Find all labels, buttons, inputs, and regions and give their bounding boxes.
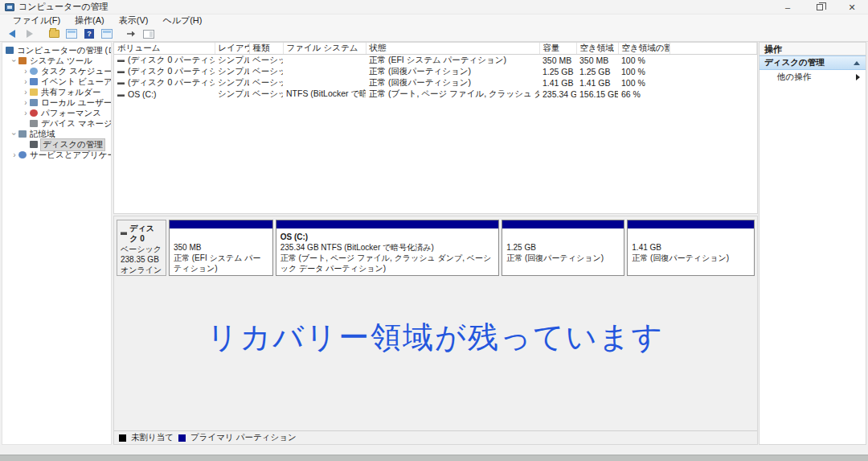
primary-partition-label: プライマリ パーティション (190, 432, 297, 443)
unallocated-label: 未割り当て (131, 432, 174, 443)
disk-type: ベーシック (121, 244, 162, 254)
back-arrow-icon[interactable] (5, 27, 19, 40)
show-action-pane-icon[interactable] (100, 27, 114, 40)
tree-item-device-manager[interactable]: デバイス マネージャー (2, 118, 111, 129)
volume-row-partition4[interactable]: (ディスク 0 パーティション 4) シンプル ベーシック 正常 (回復パーティ… (114, 66, 757, 77)
volume-row-partition1[interactable]: (ディスク 0 パーティション 1) シンプル ベーシック 正常 (EFI シス… (114, 55, 757, 67)
tree-item-shared-folders[interactable]: 共有フォルダー (2, 87, 111, 97)
actions-pane: 操作 ディスクの管理 他の操作 (759, 42, 866, 445)
partition-recovery-2[interactable]: 1.41 GB 正常 (回復パーティション) (627, 220, 755, 276)
col-empty (669, 43, 757, 55)
tree-item-performance[interactable]: パフォーマンス (2, 108, 111, 118)
show-console-tree-icon[interactable] (64, 27, 79, 40)
tree-item-storage[interactable]: 記憶域 (2, 129, 111, 139)
minimize-button[interactable]: – (772, 0, 804, 14)
volume-row-partition5[interactable]: (ディスク 0 パーティション 5) シンプル ベーシック 正常 (回復パーティ… (114, 77, 757, 88)
col-filesystem[interactable]: ファイル システム (283, 43, 366, 55)
computer-icon (6, 47, 14, 54)
shared-folders-icon (30, 88, 38, 96)
partition-os-c[interactable]: OS (C:) 235.34 GB NTFS (BitLocker で暗号化済み… (276, 220, 499, 276)
menu-help[interactable]: ヘルプ(H) (156, 14, 208, 27)
menu-view[interactable]: 表示(V) (113, 14, 155, 27)
event-viewer-icon (30, 78, 38, 85)
forward-arrow-icon[interactable] (23, 27, 37, 40)
performance-icon (30, 109, 38, 117)
volume-row-os-c[interactable]: OS (C:) シンプル ベーシック NTFS (BitLocker で暗号化済… (114, 88, 757, 100)
col-layout[interactable]: レイアウト (215, 43, 249, 55)
tree-item-services-applications[interactable]: サービスとアプリケーション (2, 150, 111, 160)
computer-management-window: コンピューターの管理 – ✕ ファイル(F) 操作(A) 表示(V) ヘルプ(H… (0, 0, 868, 461)
disk-graphic-view: ディスク 0 ベーシック 238.35 GB オンライン 350 MB 正常 (… (113, 216, 758, 445)
menu-bar: ファイル(F) 操作(A) 表示(V) ヘルプ(H) (0, 14, 868, 27)
title-bar: コンピューターの管理 – ✕ (0, 0, 868, 14)
volume-icon (117, 94, 125, 97)
action-disk-management[interactable]: ディスクの管理 (760, 56, 866, 70)
col-volume[interactable]: ボリューム (114, 43, 215, 55)
volume-table: ボリューム レイアウト 種類 ファイル システム 状態 容量 空き領域 空き領域… (114, 43, 757, 100)
services-applications-icon (18, 151, 27, 158)
chevron-right-icon[interactable] (22, 88, 30, 97)
volume-icon (117, 82, 125, 84)
collapse-icon[interactable] (854, 61, 860, 65)
properties-pane-icon[interactable] (141, 27, 156, 40)
tree-item-local-users-groups[interactable]: ローカル ユーザーとグループ (2, 97, 111, 108)
volume-icon (117, 60, 125, 62)
console-tree: コンピューターの管理 (ローカル) システム ツール タスク スケジューラ イベ… (2, 42, 112, 445)
pointer-icon[interactable] (124, 27, 138, 40)
col-type[interactable]: 種類 (249, 43, 283, 55)
col-free-space[interactable]: 空き領域 (576, 43, 618, 55)
annotation-recovery-note: リカバリー領域が残っています (114, 317, 757, 358)
tree-item-task-scheduler[interactable]: タスク スケジューラ (2, 66, 111, 76)
window-title: コンピューターの管理 (18, 1, 108, 13)
restore-icon (817, 4, 823, 10)
partition-efi[interactable]: 350 MB 正常 (EFI システム パーティション) (169, 220, 273, 276)
menu-action[interactable]: 操作(A) (68, 14, 111, 27)
export-list-icon[interactable] (47, 27, 61, 40)
tree-root-computer-management[interactable]: コンピューターの管理 (ローカル) (2, 45, 111, 56)
expand-icon[interactable] (856, 74, 860, 80)
disk-0-row: ディスク 0 ベーシック 238.35 GB オンライン 350 MB 正常 (… (117, 220, 755, 276)
disk-management-pane: ボリューム レイアウト 種類 ファイル システム 状態 容量 空き領域 空き領域… (113, 42, 758, 445)
desktop-edge (0, 455, 868, 461)
chevron-right-icon[interactable] (10, 150, 18, 159)
close-button[interactable]: ✕ (836, 0, 868, 14)
chevron-right-icon[interactable] (22, 109, 30, 117)
chevron-right-icon[interactable] (22, 98, 30, 107)
legend-bar: 未割り当て プライマリ パーティション (114, 430, 757, 444)
app-icon (5, 3, 14, 11)
users-groups-icon (30, 99, 38, 106)
primary-partition-swatch (178, 434, 186, 442)
disk-icon (121, 232, 127, 235)
col-status[interactable]: 状態 (366, 43, 539, 55)
volume-list: ボリューム レイアウト 種類 ファイル システム 状態 容量 空き領域 空き領域… (113, 42, 758, 214)
chevron-down-icon[interactable] (10, 130, 18, 138)
partition-recovery-1[interactable]: 1.25 GB 正常 (回復パーティション) (502, 220, 624, 276)
window-controls: – ✕ (772, 0, 868, 14)
restore-button[interactable] (804, 0, 836, 14)
partitions: 350 MB 正常 (EFI システム パーティション) OS (C:) 235… (169, 220, 755, 276)
tree-item-system-tools[interactable]: システム ツール (2, 56, 111, 66)
disk-management-icon (30, 141, 38, 148)
volume-icon (117, 71, 125, 73)
system-tools-icon (18, 57, 27, 64)
chevron-right-icon[interactable] (22, 67, 30, 76)
tree-item-disk-management[interactable]: ディスクの管理 (2, 139, 111, 150)
disk-size: 238.35 GB (121, 254, 162, 265)
menu-file[interactable]: ファイル(F) (6, 14, 67, 27)
actions-header: 操作 (760, 43, 866, 56)
volume-table-header: ボリューム レイアウト 種類 ファイル システム 状態 容量 空き領域 空き領域… (114, 43, 757, 55)
col-capacity[interactable]: 容量 (539, 43, 576, 55)
toolbar: ? (0, 27, 868, 42)
unallocated-swatch (119, 434, 126, 442)
col-free-percent[interactable]: 空き領域の割合 (618, 43, 669, 55)
device-manager-icon (30, 120, 38, 127)
task-scheduler-icon (30, 68, 38, 75)
tree-item-event-viewer[interactable]: イベント ビューアー (2, 76, 111, 87)
help-icon[interactable]: ? (82, 27, 96, 40)
chevron-right-icon[interactable] (22, 77, 30, 86)
storage-icon (18, 130, 27, 138)
disk-0-label[interactable]: ディスク 0 ベーシック 238.35 GB オンライン (117, 220, 166, 276)
action-more-actions[interactable]: 他の操作 (760, 70, 866, 84)
disk-status: オンライン (121, 265, 162, 275)
chevron-down-icon[interactable] (10, 56, 18, 65)
